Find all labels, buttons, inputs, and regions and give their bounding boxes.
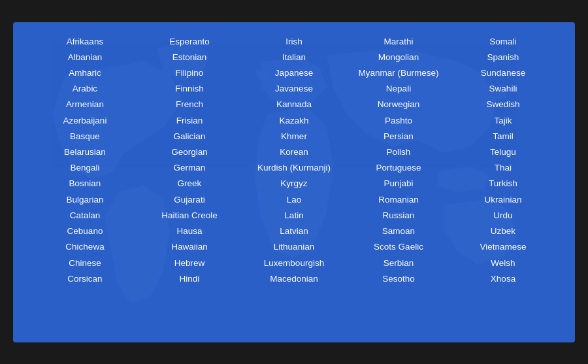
language-item: Tamil xyxy=(493,129,514,144)
language-item: Khmer xyxy=(281,129,307,144)
language-item: Georgian xyxy=(171,144,208,159)
language-item: Chichewa xyxy=(65,239,104,254)
language-item: Hindi xyxy=(180,271,200,286)
language-item: Azerbaijani xyxy=(63,113,107,128)
language-item: Thai xyxy=(495,160,512,175)
language-item: Greek xyxy=(178,176,202,191)
language-item: Sundanese xyxy=(481,65,525,80)
language-item: Polish xyxy=(387,144,411,159)
language-item: Norwegian xyxy=(378,97,420,112)
language-item: Uzbek xyxy=(491,223,515,239)
language-item: Latin xyxy=(284,208,303,223)
language-item: Lithuanian xyxy=(274,239,314,254)
language-item: Persian xyxy=(384,129,414,144)
language-item: Albanian xyxy=(68,50,103,65)
language-item: Hawaiian xyxy=(171,239,208,254)
language-item: Hebrew xyxy=(174,256,205,271)
language-item: Lao xyxy=(287,192,302,207)
language-item: Swahili xyxy=(489,81,517,96)
language-item: Macedonian xyxy=(270,271,318,286)
language-item: Luxembourgish xyxy=(264,256,324,271)
language-item: Armenian xyxy=(66,97,104,112)
language-item: Amharic xyxy=(69,65,101,80)
language-item: Irish xyxy=(286,34,302,49)
language-item: Pashto xyxy=(385,113,412,128)
language-item: Javanese xyxy=(275,81,313,96)
language-item: Marathi xyxy=(384,34,413,49)
language-item: Urdu xyxy=(493,208,512,223)
language-item: Kyrgyz xyxy=(280,176,307,191)
language-item: Sesotho xyxy=(382,271,415,286)
language-item: Telugu xyxy=(490,144,516,159)
language-item: Hausa xyxy=(176,223,202,239)
language-item: Xhosa xyxy=(491,271,515,286)
language-item: Estonian xyxy=(172,50,207,65)
language-item: Somali xyxy=(489,34,516,49)
language-item: Afrikaans xyxy=(67,34,103,49)
language-item: Esperanto xyxy=(169,34,210,49)
language-item: Myanmar (Burmese) xyxy=(358,65,438,80)
language-item: Frisian xyxy=(176,113,203,128)
language-item: Tajik xyxy=(494,113,512,128)
language-item: Punjabi xyxy=(384,176,413,191)
language-item: Galician xyxy=(174,129,206,144)
language-item: Bengali xyxy=(70,160,99,175)
language-item: Corsican xyxy=(67,271,102,286)
language-column-col3: IrishItalianJapaneseJavaneseKannadaKazak… xyxy=(242,34,346,331)
language-column-col5: SomaliSpanishSundaneseSwahiliSwedishTaji… xyxy=(451,34,555,331)
language-item: Spanish xyxy=(487,50,519,65)
language-item: Chinese xyxy=(69,256,101,271)
language-item: Belarusian xyxy=(64,144,106,159)
language-item: Serbian xyxy=(384,256,414,271)
language-item: Mongolian xyxy=(378,50,419,65)
language-item: French xyxy=(176,97,203,112)
language-item: Kannada xyxy=(276,97,312,112)
language-item: Scots Gaelic xyxy=(374,239,423,254)
language-item: Swedish xyxy=(486,97,519,112)
language-item: Samoan xyxy=(382,223,415,239)
language-item: Romanian xyxy=(378,192,419,207)
language-column-col1: AfrikaansAlbanianAmharicArabicArmenianAz… xyxy=(33,34,137,331)
language-item: Japanese xyxy=(275,65,314,80)
language-item: Gujarati xyxy=(174,192,204,207)
language-item: Cebuano xyxy=(67,223,103,239)
language-column-col4: MarathiMongolianMyanmar (Burmese)NepaliN… xyxy=(346,34,451,331)
language-item: Portuguese xyxy=(376,160,421,175)
language-item: Ukrainian xyxy=(484,192,521,207)
language-item: Haitian Creole xyxy=(161,208,218,223)
language-item: Vietnamese xyxy=(480,239,526,254)
language-item: Catalan xyxy=(70,208,101,223)
language-item: Latvian xyxy=(280,223,308,239)
languages-panel: AfrikaansAlbanianAmharicArabicArmenianAz… xyxy=(13,22,575,342)
language-item: Korean xyxy=(280,144,308,159)
language-item: German xyxy=(174,160,206,175)
languages-grid: AfrikaansAlbanianAmharicArabicArmenianAz… xyxy=(13,22,575,342)
language-item: Welsh xyxy=(491,256,515,271)
language-item: Filipino xyxy=(176,65,204,80)
language-item: Russian xyxy=(383,208,415,223)
language-item: Basque xyxy=(70,129,100,144)
language-item: Kurdish (Kurmanji) xyxy=(257,160,331,175)
language-item: Arabic xyxy=(73,81,97,96)
language-item: Nepali xyxy=(386,81,411,96)
language-item: Kazakh xyxy=(279,113,308,128)
language-item: Finnish xyxy=(175,81,204,96)
language-item: Turkish xyxy=(489,176,517,191)
language-column-col2: EsperantoEstonianFilipinoFinnishFrenchFr… xyxy=(137,34,242,331)
language-item: Bosnian xyxy=(69,176,101,191)
language-item: Bulgarian xyxy=(66,192,103,207)
language-item: Italian xyxy=(282,50,306,65)
